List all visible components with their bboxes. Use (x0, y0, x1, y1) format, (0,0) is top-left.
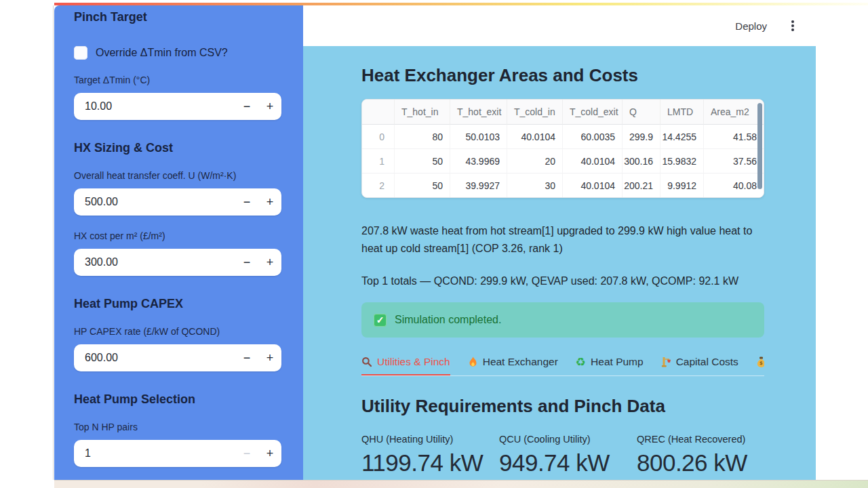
tab-heat-pump[interactable]: ♻ Heat Pump (576, 356, 644, 375)
override-dtmin-checkbox-label: Override ΔTmin from CSV? (96, 47, 228, 59)
app-screen: Pinch Target Override ΔTmin from CSV? Ta… (0, 0, 868, 488)
table-cell: 43.9969 (450, 149, 507, 174)
target-dtmin-decrement-button[interactable]: − (235, 93, 258, 120)
top-n-increment-button[interactable]: + (258, 440, 281, 467)
check-mark-icon (374, 314, 387, 327)
table-cell: 1 (362, 149, 395, 174)
hp-upgrade-summary-text: 207.8 kW waste heat from hot stream[1] u… (361, 222, 764, 258)
col-header-t-hot-in: T_hot_in (395, 100, 450, 125)
table-cell: 40.0104 (563, 174, 623, 198)
top-n-hp-pairs-input: 1 − + (74, 440, 281, 467)
construction-crane-icon (661, 357, 671, 367)
u-coeff-increment-button[interactable]: + (258, 188, 281, 216)
background-window-strip (54, 480, 868, 488)
table-cell: 39.9927 (450, 174, 507, 198)
override-dtmin-checkbox-row[interactable]: Override ΔTmin from CSV? (74, 46, 281, 60)
tab-opex-savings[interactable]: $ OPEX Sa (756, 356, 764, 375)
main-panel: Heat Exchanger Areas and Costs T_hot_in … (303, 46, 816, 480)
fire-icon (468, 357, 478, 368)
table-vertical-scrollbar[interactable] (757, 103, 762, 189)
tab-label: Heat Pump (591, 356, 644, 368)
col-header-t-cold-in: T_cold_in (507, 100, 563, 125)
target-dtmin-increment-button[interactable]: + (258, 93, 281, 120)
col-header-index (362, 100, 395, 125)
hp-capex-increment-button[interactable]: + (258, 344, 281, 371)
hx-cost-decrement-button[interactable]: − (235, 249, 258, 276)
col-header-lmtd: LMTD (660, 100, 704, 125)
page-title: Heat Exchanger Areas and Costs (361, 65, 764, 86)
hp-capex-rate-label: HP CAPEX rate (£/kW of QCOND) (74, 326, 281, 338)
hp-totals-text: Top 1 totals — QCOND: 299.9 kW, QEVAP us… (361, 272, 764, 290)
col-header-area-m2: Area_m2 (704, 100, 764, 125)
tab-label: Capital Costs (676, 356, 738, 368)
metric-value: 800.26 kW (637, 449, 774, 477)
table-grid: T_hot_in T_hot_exit T_cold_in T_cold_exi… (362, 100, 764, 198)
top-n-hp-pairs-value[interactable]: 1 (74, 447, 235, 460)
metric-label: QHU (Heating Utility) (361, 433, 499, 446)
sidebar: Pinch Target Override ΔTmin from CSV? Ta… (54, 5, 303, 480)
hx-cost-increment-button[interactable]: + (258, 249, 281, 276)
target-dtmin-label: Target ΔTmin (°C) (74, 75, 281, 86)
metric-value: 1199.74 kW (361, 449, 499, 477)
svg-text:$: $ (760, 361, 763, 366)
table-cell: 50 (395, 174, 450, 198)
hx-cost-input: 300.00 − + (74, 249, 281, 276)
table-cell: 200.21 (623, 174, 660, 198)
hp-capex-decrement-button[interactable]: − (235, 344, 258, 371)
success-alert-text: Simulation completed. (395, 314, 501, 326)
u-coeff-label: Overall heat transfer coeff. U (W/m²·K) (74, 170, 281, 182)
sidebar-heading-pinch-target: Pinch Target (74, 9, 281, 24)
target-dtmin-input: 10.00 − + (74, 93, 281, 120)
table-scroll-corner-icon (755, 188, 764, 197)
sidebar-heading-hp-selection: Heat Pump Selection (74, 392, 281, 407)
col-header-t-cold-exit: T_cold_exit (563, 100, 623, 125)
tab-utilities-pinch[interactable]: Utilities & Pinch (361, 356, 450, 376)
tab-capital-costs[interactable]: Capital Costs (661, 356, 738, 375)
table-cell: 50 (395, 149, 450, 174)
metric-value: 949.74 kW (499, 449, 637, 477)
table-cell: 50.0103 (450, 125, 507, 149)
metric-qrec: QREC (Heat Recovered) 800.26 kW (637, 433, 774, 477)
hx-cost-value[interactable]: 300.00 (74, 256, 235, 268)
success-alert: Simulation completed. (361, 302, 764, 338)
table-cell: 14.4255 (660, 125, 704, 149)
metric-qcu: QCU (Cooling Utility) 949.74 kW (499, 433, 637, 477)
metric-qhu: QHU (Heating Utility) 1199.74 kW (361, 433, 499, 477)
table-cell: 80 (395, 125, 450, 149)
hx-results-table[interactable]: T_hot_in T_hot_exit T_cold_in T_cold_exi… (361, 99, 764, 198)
window-left-border (53, 5, 54, 480)
table-cell: 9.9912 (660, 174, 704, 198)
recycle-icon: ♻ (576, 357, 586, 368)
tab-label: Heat Exchanger (483, 356, 558, 368)
money-bag-icon: $ (756, 357, 764, 367)
target-dtmin-value[interactable]: 10.00 (74, 100, 235, 113)
table-cell: 40.0104 (507, 125, 563, 149)
kebab-menu-icon[interactable] (791, 24, 794, 27)
table-cell: 0 (362, 125, 395, 149)
search-icon (361, 357, 372, 367)
hx-cost-label: HX cost per m² (£/m²) (74, 230, 281, 242)
metric-label: QREC (Heat Recovered) (637, 433, 774, 446)
sidebar-heading-hp-capex: Heat Pump CAPEX (74, 296, 281, 311)
table-cell: 300.16 (623, 149, 660, 174)
metric-label: QCU (Cooling Utility) (499, 433, 637, 446)
top-n-hp-pairs-label: Top N HP pairs (74, 422, 281, 433)
table-cell: 60.0035 (563, 125, 623, 149)
section-title-utility-requirements: Utility Requirements and Pinch Data (361, 396, 764, 417)
tab-bar: Utilities & Pinch Heat Exchanger ♻ Heat … (361, 356, 764, 376)
checkbox-unchecked-icon[interactable] (74, 46, 87, 60)
hp-capex-rate-value[interactable]: 600.00 (74, 352, 235, 364)
table-cell: 15.9832 (660, 149, 704, 174)
tab-label: Utilities & Pinch (377, 356, 450, 368)
table-cell: 37.56 (704, 149, 764, 174)
top-n-decrement-button-disabled: − (235, 440, 258, 467)
table-cell: 20 (507, 149, 563, 174)
u-coeff-value[interactable]: 500.00 (74, 196, 235, 208)
table-cell: 299.9 (623, 125, 660, 149)
u-coeff-decrement-button[interactable]: − (235, 188, 258, 216)
deploy-button[interactable]: Deploy (735, 20, 767, 32)
table-cell: 30 (507, 174, 563, 198)
top-toolbar: Deploy (303, 5, 816, 46)
table-cell: 41.58 (704, 125, 764, 149)
tab-heat-exchanger[interactable]: Heat Exchanger (468, 356, 558, 375)
